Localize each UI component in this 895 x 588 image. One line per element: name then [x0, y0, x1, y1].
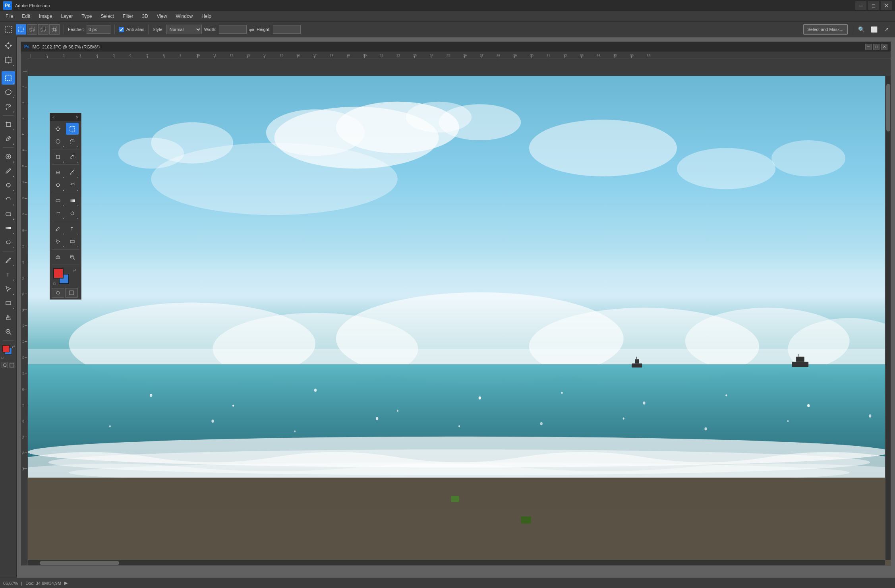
ft-default-colors[interactable]: □: [53, 282, 55, 286]
quick-select-btn[interactable]: [2, 100, 15, 113]
height-label: Height:: [257, 27, 271, 32]
ft-heal[interactable]: [52, 166, 64, 178]
menu-image[interactable]: Image: [35, 12, 56, 20]
dodge-btn[interactable]: [2, 236, 15, 249]
ft-eraser[interactable]: [52, 195, 64, 207]
search-icon[interactable]: 🔍: [856, 24, 866, 35]
h-scroll-thumb[interactable]: [40, 561, 119, 565]
ft-quick-mask[interactable]: [52, 288, 64, 298]
menu-layer[interactable]: Layer: [57, 12, 77, 20]
ft-fg-color[interactable]: [53, 268, 64, 279]
ft-move[interactable]: [52, 123, 64, 135]
text-btn[interactable]: T: [2, 268, 15, 281]
mode-new[interactable]: [16, 24, 26, 35]
menu-window[interactable]: Window: [172, 12, 197, 20]
minimize-button[interactable]: ─: [855, 1, 866, 10]
v-scroll-thumb[interactable]: [886, 84, 890, 132]
menu-select[interactable]: Select: [97, 12, 118, 20]
width-input[interactable]: [219, 25, 247, 34]
eyedropper-btn[interactable]: [2, 132, 15, 145]
ft-text[interactable]: T: [66, 223, 79, 235]
menu-type[interactable]: Type: [77, 12, 96, 20]
ft-dodge[interactable]: [66, 207, 79, 219]
canvas-image[interactable]: [28, 76, 891, 565]
ft-lasso[interactable]: [52, 135, 64, 147]
zoom-btn[interactable]: [2, 325, 15, 338]
ruler-h-marks: 1234567891011121314151617181920212223242…: [27, 52, 891, 58]
doc-maximize[interactable]: □: [873, 44, 880, 50]
select-and-mask-button[interactable]: Select and Mask...: [803, 24, 848, 35]
swap-colors-icon[interactable]: ⇌: [12, 344, 15, 348]
menu-3d[interactable]: 3D: [138, 12, 152, 20]
anti-alias-checkbox[interactable]: [119, 27, 124, 32]
tool-preset-picker[interactable]: [3, 24, 14, 35]
title-bar-left: Ps Adobe Photoshop: [3, 1, 50, 10]
menu-file[interactable]: File: [2, 12, 17, 20]
marquee-rect-btn[interactable]: [2, 71, 15, 85]
float-tools-collapse[interactable]: «: [52, 115, 55, 120]
gradient-btn[interactable]: [2, 221, 15, 235]
move-tool-btn[interactable]: [2, 39, 15, 52]
height-input[interactable]: [273, 25, 301, 34]
doc-minimize[interactable]: ─: [865, 44, 872, 50]
brush-btn[interactable]: [2, 164, 15, 178]
vertical-scrollbar[interactable]: [885, 76, 891, 560]
pen-btn[interactable]: [2, 253, 15, 267]
healing-btn[interactable]: [2, 150, 15, 163]
crop-btn[interactable]: [2, 118, 15, 131]
workspace-icon[interactable]: ⬜: [869, 24, 879, 35]
ft-path-select[interactable]: [52, 236, 64, 248]
ft-gradient[interactable]: [66, 195, 79, 207]
clone-stamp-btn[interactable]: [2, 178, 15, 192]
menu-filter[interactable]: Filter: [119, 12, 137, 20]
menu-edit[interactable]: Edit: [18, 12, 34, 20]
close-button[interactable]: ✕: [881, 1, 892, 10]
shape-btn[interactable]: [2, 296, 15, 310]
ft-brush[interactable]: [66, 166, 79, 178]
standard-mode-btn[interactable]: [9, 362, 15, 368]
ft-swap-colors[interactable]: ⇌: [73, 268, 76, 273]
ft-hand[interactable]: [52, 251, 64, 263]
svg-point-47: [71, 212, 74, 215]
default-colors-icon[interactable]: □: [2, 356, 4, 360]
mode-subtract[interactable]: [38, 24, 48, 35]
horizontal-scrollbar[interactable]: [28, 560, 885, 565]
svg-rect-9: [6, 57, 11, 63]
path-select-btn[interactable]: [2, 282, 15, 296]
doc-close[interactable]: ✕: [881, 44, 887, 50]
feather-input[interactable]: [87, 25, 110, 34]
ft-pen[interactable]: [52, 223, 64, 235]
ft-eyedropper[interactable]: [66, 151, 79, 163]
style-select[interactable]: Normal Fixed Ratio Fixed Size: [166, 25, 202, 34]
opts-separator-2: [114, 25, 115, 34]
ft-shape[interactable]: [66, 236, 79, 248]
share-icon[interactable]: ↗: [881, 24, 892, 35]
mode-intersect[interactable]: [49, 24, 60, 35]
maximize-button[interactable]: □: [868, 1, 879, 10]
status-arrow[interactable]: ▶: [64, 580, 68, 586]
title-bar: Ps Adobe Photoshop ─ □ ✕: [0, 0, 895, 11]
foreground-color-swatch[interactable]: [2, 345, 10, 352]
svg-point-100: [458, 425, 460, 427]
ft-history-brush[interactable]: [66, 179, 79, 191]
hand-btn[interactable]: [2, 311, 15, 324]
history-brush-btn[interactable]: [2, 193, 15, 206]
swap-wh-icon[interactable]: ⇌: [249, 26, 254, 33]
ft-std-mode[interactable]: [65, 288, 78, 298]
ft-rect-marquee[interactable]: [66, 123, 79, 135]
mode-add[interactable]: [27, 24, 37, 35]
artboard-tool-btn[interactable]: [2, 53, 15, 67]
eraser-btn[interactable]: [2, 207, 15, 220]
menu-help[interactable]: Help: [197, 12, 215, 20]
ft-blur[interactable]: [52, 207, 64, 219]
menu-view[interactable]: View: [153, 12, 171, 20]
canvas-area[interactable]: 1234567891011121314151617181920212223242…: [21, 59, 891, 565]
ft-clone[interactable]: [52, 179, 64, 191]
ft-zoom[interactable]: [66, 251, 79, 263]
lasso-btn[interactable]: [2, 85, 15, 99]
mask-buttons: [2, 362, 15, 368]
ft-quick-select[interactable]: [66, 135, 79, 147]
quick-mask-btn[interactable]: [2, 362, 8, 368]
float-tools-close[interactable]: ✕: [75, 115, 79, 120]
ft-crop[interactable]: [52, 151, 64, 163]
